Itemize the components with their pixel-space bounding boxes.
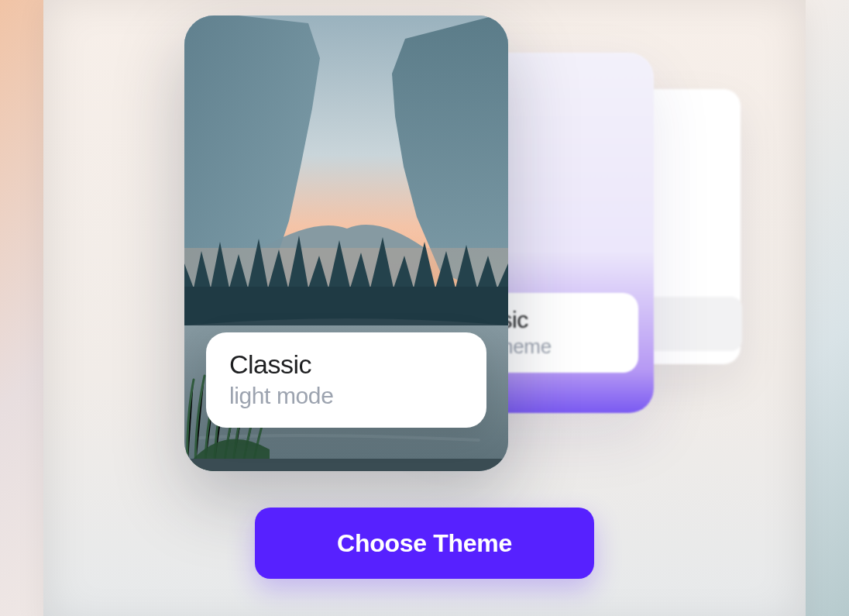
theme-cards-stage: Classic light theme bbox=[129, 15, 733, 488]
theme-card-primary[interactable]: Classic light mode bbox=[184, 15, 508, 471]
svg-rect-4 bbox=[184, 459, 508, 471]
theme-card-primary-label: Classic light mode bbox=[206, 332, 486, 428]
theme-chooser-panel: Classic light theme bbox=[43, 0, 806, 616]
theme-subtitle: light mode bbox=[229, 383, 463, 409]
choose-theme-button[interactable]: Choose Theme bbox=[255, 508, 594, 579]
theme-title: Classic bbox=[229, 349, 463, 380]
